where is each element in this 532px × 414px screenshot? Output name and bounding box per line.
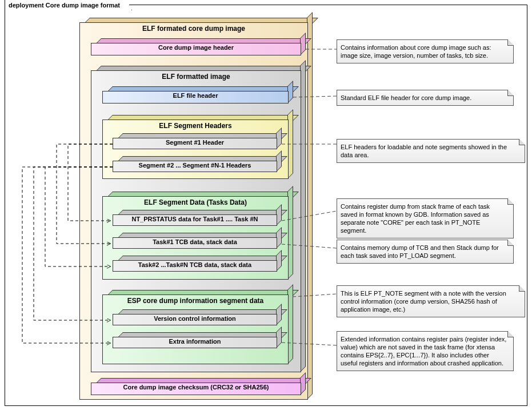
extra-info-label: Extra information xyxy=(113,338,277,345)
note-tcb: Contains memory dump of TCB and then Sta… xyxy=(337,240,514,264)
frame-title: deployment Core dump image format xyxy=(5,0,132,10)
extra-info-box: Extra information xyxy=(113,337,277,348)
esp-core-dump-info-title: ESP core dump information segment data xyxy=(102,297,289,305)
core-dump-header-box: Core dump image header xyxy=(91,43,301,55)
nt-prstatus-box: NT_PRSTATUS data for Task#1 .... Task #N xyxy=(113,214,277,226)
segment-1-header: Segment #1 Header xyxy=(113,138,277,149)
note-elf-header-text: Standard ELF file header for core dump i… xyxy=(341,94,471,101)
note-esp: This is ELF PT_NOTE segment with a note … xyxy=(337,285,525,317)
nt-prstatus-label: NT_PRSTATUS data for Task#1 .... Task #N xyxy=(113,216,277,222)
note-seg-data: Contains register dump from stack frame … xyxy=(337,198,514,238)
checksum-label: Core dump image checksum (CRC32 or SHA25… xyxy=(91,384,301,391)
note-esp-text: This is ELF PT_NOTE segment with a note … xyxy=(341,290,506,313)
note-extra: Extended information contains register p… xyxy=(337,331,514,371)
taskN-tcb-box: Task#2 ...Task#N TCB data, stack data xyxy=(113,260,277,272)
elf-segment-headers-title: ELF Segment Headers xyxy=(102,122,289,130)
outer-title: ELF formated core dump image xyxy=(79,25,308,33)
note-seg-data-text: Contains register dump from stack frame … xyxy=(341,203,490,234)
task1-tcb-label: Task#1 TCB data, stack data xyxy=(113,238,277,245)
taskN-tcb-label: Task#2 ...Task#N TCB data, stack data xyxy=(113,261,277,268)
note-header-text: Contains information about core dump ima… xyxy=(341,44,491,59)
note-extra-text: Extended information contains register p… xyxy=(341,336,506,367)
elf-segment-data-title: ELF Segment Data (Tasks Data) xyxy=(102,198,289,206)
note-seg-headers-text: ELF headers for loadable and note segmen… xyxy=(341,144,507,158)
elf-image-title: ELF formatted image xyxy=(91,73,301,81)
elf-file-header: ELF file header xyxy=(102,91,289,104)
deployment-frame: deployment Core dump image format ELF fo… xyxy=(5,5,527,406)
note-header: Contains information about core dump ima… xyxy=(337,39,514,63)
note-elf-header: Standard ELF file header for core dump i… xyxy=(337,90,514,106)
esp-core-dump-info: ESP core dump information segment data xyxy=(102,294,289,364)
segment-n-header-label: Segment #2 ... Segment #N-1 Headers xyxy=(113,162,277,169)
checksum-box: Core dump image checksum (CRC32 or SHA25… xyxy=(91,383,301,395)
elf-file-header-label: ELF file header xyxy=(102,92,289,99)
segment-n-header: Segment #2 ... Segment #N-1 Headers xyxy=(113,161,277,172)
note-seg-headers: ELF headers for loadable and note segmen… xyxy=(337,139,525,163)
task1-tcb-box: Task#1 TCB data, stack data xyxy=(113,237,277,249)
version-control-box: Version control information xyxy=(113,314,277,325)
core-dump-header-label: Core dump image header xyxy=(91,44,301,51)
note-tcb-text: Contains memory dump of TCB and then Sta… xyxy=(341,244,499,259)
segment-1-header-label: Segment #1 Header xyxy=(113,139,277,146)
version-control-label: Version control information xyxy=(113,315,277,322)
